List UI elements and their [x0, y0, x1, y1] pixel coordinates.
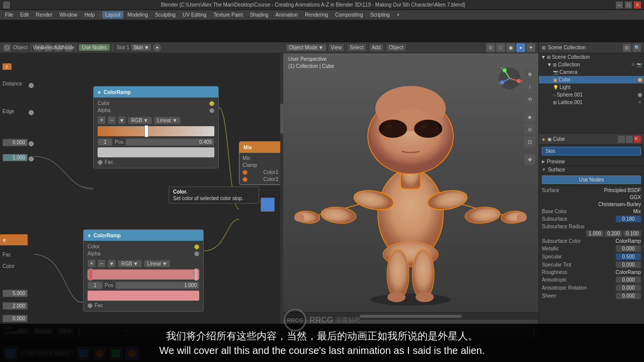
tree-light[interactable]: 💡 Light: [539, 83, 644, 91]
object-mode-dropdown[interactable]: Object Mode ▼: [286, 44, 326, 51]
tree-scene-collection[interactable]: ▼ ⊞ Scene Collection: [539, 53, 644, 61]
tree-collection[interactable]: ▼ ⊞ Collection 👁 📷: [539, 61, 644, 68]
vp-rt-btn2[interactable]: ↕: [524, 81, 535, 92]
workspace-add[interactable]: +: [394, 11, 403, 19]
menu-help[interactable]: Help: [82, 11, 98, 19]
vp-rt-btn4[interactable]: ◈: [524, 111, 535, 122]
menu-file[interactable]: File: [2, 11, 16, 19]
vp-icon-3[interactable]: ◉: [506, 43, 515, 52]
cr1-menu-btn[interactable]: ▼: [118, 116, 126, 124]
prop-anisorot-val[interactable]: 0.000: [616, 285, 641, 291]
use-nodes-btn[interactable]: Use Nodes: [79, 44, 110, 51]
maximize-btn[interactable]: □: [625, 2, 632, 9]
vp-add-btn[interactable]: Add: [369, 43, 384, 52]
prop-specular-val[interactable]: 0.500: [616, 253, 641, 260]
cr2-handle-right[interactable]: [194, 268, 198, 281]
workspace-texture[interactable]: Texture Paint: [210, 11, 246, 19]
cr2-pos-val[interactable]: 1.000: [115, 282, 199, 289]
prop-st-val[interactable]: 0.000: [616, 261, 641, 268]
outliner-filter-btn[interactable]: ⊟: [623, 44, 631, 52]
workspace-shading[interactable]: Shading: [247, 11, 272, 19]
workspace-sculpting[interactable]: Sculpting: [152, 11, 179, 19]
window-controls[interactable]: ─ □ ✕: [616, 2, 641, 9]
vp-icon-2[interactable]: □: [496, 43, 505, 52]
vp-icon-1[interactable]: ⊙: [486, 43, 495, 52]
ne-toolbar-btn1[interactable]: ⬡: [3, 44, 11, 52]
cr1-color-preview[interactable]: [98, 147, 214, 157]
minimize-btn[interactable]: ─: [616, 2, 623, 9]
vp-h-scrollbar-thumb[interactable]: [360, 315, 462, 318]
cr1-rgb-dropdown[interactable]: RGB ▼: [128, 117, 152, 124]
workspace-animation[interactable]: Animation: [272, 11, 300, 19]
cr2-rgb-dropdown[interactable]: RGB ▼: [118, 260, 142, 267]
cr2-color-socket: [194, 244, 199, 249]
prop-sheen: Sheen 0.000: [542, 293, 641, 299]
vp-view-btn[interactable]: View: [328, 43, 345, 52]
cr2-gradient-bar[interactable]: [88, 269, 199, 280]
prop-srad-3[interactable]: 0.100: [623, 230, 641, 237]
use-nodes-prop-btn[interactable]: Use Nodes: [542, 175, 641, 184]
tree-lattice[interactable]: ⊞ Lattice.001 👁: [539, 99, 644, 106]
material-name-field[interactable]: Skin: [542, 147, 641, 155]
vp-rt-btn5[interactable]: ⊙: [524, 124, 535, 135]
outliner-search-btn[interactable]: 🔍: [633, 44, 641, 52]
cr2-alpha-socket: [194, 251, 199, 256]
cr2-linear-dropdown[interactable]: Linear ▼: [144, 260, 171, 267]
workspace-layout[interactable]: Layout: [102, 11, 123, 19]
cr1-linear-dropdown[interactable]: Linear ▼: [154, 117, 181, 124]
prop-metallic-val[interactable]: 0.000: [616, 245, 641, 252]
skin-dropdown[interactable]: Skin ▼: [131, 44, 151, 51]
vp-rt-btn3[interactable]: ⟲: [524, 94, 535, 105]
cr1-remove-btn[interactable]: −: [108, 116, 116, 124]
mat-icon-btn1[interactable]: [618, 136, 625, 143]
workspace-compositing[interactable]: Compositing: [332, 11, 366, 19]
cr1-gradient-handle[interactable]: [144, 125, 148, 137]
cr2-remove-btn[interactable]: −: [98, 259, 106, 267]
prop-srad-2[interactable]: 0.200: [605, 230, 622, 237]
cr2-handle-left[interactable]: [89, 268, 93, 281]
vp-icon-5[interactable]: ✦: [526, 43, 535, 52]
ne-add-btn[interactable]: Add: [54, 44, 62, 52]
workspace-rendering[interactable]: Rendering: [302, 11, 331, 19]
workspace-scripting[interactable]: Scripting: [367, 11, 393, 19]
cr2-pos-num[interactable]: 1: [88, 282, 103, 289]
color-swatch-blue[interactable]: [261, 198, 275, 212]
cr2-menu-btn[interactable]: ▼: [108, 259, 116, 267]
ne-node-btn[interactable]: Node: [64, 44, 72, 52]
prop-srad-1[interactable]: 1.000: [586, 230, 604, 237]
vp-icon-4[interactable]: ●: [516, 43, 525, 52]
vp-object-btn[interactable]: Object: [386, 43, 407, 52]
mat-icon-btn2[interactable]: [626, 136, 633, 143]
tree-cube[interactable]: ▣ Cube: [539, 76, 644, 83]
ne-val2[interactable]: 1.000: [3, 154, 28, 161]
close-btn[interactable]: ✕: [634, 2, 641, 9]
cr1-pos-num[interactable]: 1: [98, 138, 113, 146]
prop-aniso-val[interactable]: 0.000: [616, 277, 641, 283]
workspace-modeling[interactable]: Modeling: [124, 11, 151, 19]
preview-label: Preview: [547, 159, 565, 164]
vp-rt-btn7[interactable]: ✥: [524, 154, 535, 165]
vp-rt-btn6[interactable]: ⊡: [524, 136, 535, 147]
ne-select-btn[interactable]: Select: [44, 44, 52, 52]
sphere-btn[interactable]: ●: [153, 44, 161, 52]
cr1-pos-val[interactable]: 0.405: [125, 138, 214, 146]
cr1-add-btn[interactable]: +: [98, 116, 106, 124]
prop-subsurface-val[interactable]: 0.180: [616, 216, 641, 222]
cr2-color-preview[interactable]: [88, 291, 199, 301]
cube-material-dot: [638, 78, 642, 82]
cr1-gradient-bar[interactable]: [98, 126, 214, 136]
workspace-uv[interactable]: UV Editing: [180, 11, 209, 19]
socket-val1: [29, 141, 34, 146]
tree-camera[interactable]: 📷 Camera: [539, 68, 644, 76]
vp-rt-btn1[interactable]: ⊕: [524, 68, 535, 79]
menu-render[interactable]: Render: [33, 11, 55, 19]
prop-sheen-val[interactable]: 0.000: [616, 293, 641, 299]
cr2-add-btn[interactable]: +: [88, 259, 96, 267]
viewport[interactable]: Object Mode ▼ View Select Add Object ⊙ □…: [283, 42, 538, 324]
menu-edit[interactable]: Edit: [17, 11, 32, 19]
mat-close-btn[interactable]: ✕: [634, 136, 641, 143]
menu-window[interactable]: Window: [56, 11, 80, 19]
node-editor[interactable]: ⬡ Object View Select Add Node Use Nodes …: [0, 42, 283, 324]
tree-sphere[interactable]: ○ Sphere.001: [539, 91, 644, 99]
vp-select-btn[interactable]: Select: [347, 43, 367, 52]
